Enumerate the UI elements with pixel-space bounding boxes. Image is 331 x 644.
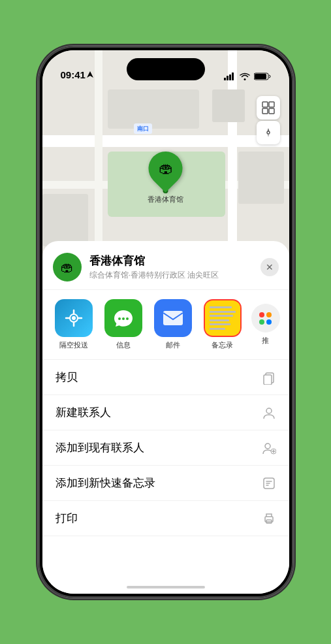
dynamic-island (127, 58, 205, 80)
svg-rect-17 (163, 311, 183, 325)
mail-symbol (162, 310, 184, 327)
copy-label: 拷贝 (55, 370, 78, 385)
copy-icon (262, 370, 276, 385)
svg-point-14 (118, 317, 121, 320)
messages-symbol (112, 307, 134, 329)
action-row-add-existing[interactable]: 添加到现有联系人 (42, 430, 289, 466)
svg-point-13 (72, 316, 76, 320)
signal-icon (224, 72, 236, 80)
app-item-more[interactable]: 推 (251, 304, 280, 346)
add-notes-label: 添加到新快速备忘录 (55, 475, 155, 491)
action-row-print[interactable]: 打印 (42, 501, 289, 536)
location-arrow-icon (87, 71, 93, 79)
map-controls (257, 96, 280, 144)
location-venue-icon: 🏟 (53, 253, 82, 282)
svg-rect-2 (227, 76, 229, 80)
add-notes-icon (262, 476, 276, 491)
new-contact-icon (262, 406, 276, 420)
messages-icon (104, 299, 142, 337)
location-button[interactable] (257, 121, 280, 144)
svg-rect-3 (229, 74, 231, 80)
print-icon (262, 511, 276, 526)
add-existing-label: 添加到现有联系人 (55, 440, 144, 455)
more-label: 推 (262, 336, 269, 346)
close-button[interactable]: ✕ (260, 258, 279, 276)
app-item-messages[interactable]: 信息 (102, 299, 144, 350)
location-header: 🏟 香港体育馆 综合体育馆·香港特别行政区 油尖旺区 ✕ (42, 241, 289, 290)
location-name: 香港体育馆 (89, 253, 260, 268)
action-row-copy[interactable]: 拷贝 (42, 360, 289, 395)
phone-screen: 09:41 (42, 50, 289, 594)
airdrop-label: 隔空投送 (59, 340, 88, 350)
battery-icon (254, 72, 271, 80)
print-label: 打印 (55, 511, 78, 526)
bottom-sheet: 🏟 香港体育馆 综合体育馆·香港特别行政区 油尖旺区 ✕ (42, 241, 289, 594)
share-apps-row: 隔空投送 信息 (42, 290, 289, 360)
new-contact-label: 新建联系人 (55, 405, 111, 420)
home-indicator (127, 586, 205, 588)
svg-marker-0 (87, 71, 93, 78)
svg-point-16 (126, 317, 129, 320)
action-row-add-notes[interactable]: 添加到新快速备忘录 (42, 466, 289, 501)
location-info: 香港体育馆 综合体育馆·香港特别行政区 油尖旺区 (89, 253, 260, 281)
map-type-icon (262, 101, 275, 114)
svg-rect-10 (269, 108, 274, 114)
location-subtitle: 综合体育馆·香港特别行政区 油尖旺区 (89, 270, 260, 281)
svg-rect-1 (224, 78, 226, 80)
svg-rect-7 (262, 102, 268, 107)
messages-label: 信息 (116, 340, 131, 350)
svg-rect-8 (269, 102, 274, 107)
svg-rect-4 (232, 72, 234, 80)
time-display: 09:41 (61, 69, 86, 80)
phone-frame: 09:41 (39, 46, 293, 598)
compass-icon (262, 127, 274, 138)
mail-icon (154, 299, 192, 337)
svg-point-21 (265, 443, 270, 449)
airdrop-symbol (63, 308, 84, 329)
more-icon (251, 304, 280, 332)
app-item-notes[interactable]: 备忘录 (202, 299, 244, 350)
notes-icon (204, 299, 242, 337)
airdrop-icon (55, 299, 93, 337)
app-item-mail[interactable]: 邮件 (152, 299, 194, 350)
svg-rect-6 (255, 74, 266, 79)
svg-rect-9 (262, 108, 268, 114)
map-pin: 🏟 香港体育馆 (148, 152, 183, 204)
app-item-airdrop[interactable]: 隔空投送 (53, 299, 95, 350)
mail-label: 邮件 (166, 340, 180, 350)
action-row-new-contact[interactable]: 新建联系人 (42, 395, 289, 430)
svg-point-11 (267, 131, 270, 134)
notes-label: 备忘录 (212, 340, 233, 350)
map-type-button[interactable] (257, 96, 280, 120)
wifi-icon (240, 72, 250, 80)
pin-label: 香港体育馆 (148, 195, 183, 204)
svg-rect-19 (264, 375, 272, 385)
status-time: 09:41 (61, 69, 93, 80)
add-existing-icon (262, 441, 276, 455)
status-icons (224, 72, 271, 80)
svg-point-15 (122, 317, 125, 320)
svg-point-20 (266, 408, 272, 413)
map-label: 南口 (134, 123, 152, 134)
